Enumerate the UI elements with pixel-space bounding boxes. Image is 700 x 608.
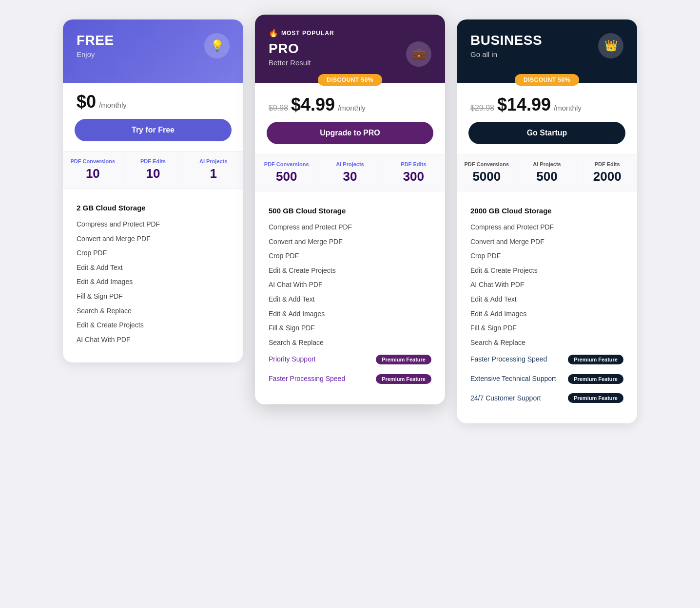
business-feature-4: Edit & Create Projects xyxy=(470,264,623,278)
pro-discount-badge: DISCOUNT 50% xyxy=(318,74,382,86)
pro-premium-badge-1: Premium Feature xyxy=(376,355,431,364)
business-storage: 2000 GB Cloud Storage xyxy=(470,203,623,218)
business-discount-wrapper: DISCOUNT 50% xyxy=(457,74,637,86)
free-feature-7: Search & Replace xyxy=(77,304,230,319)
business-stat-edits: PDF Edits 2000 xyxy=(577,154,637,191)
most-popular-text: MOST POPULAR xyxy=(281,30,334,37)
pro-features-section: 500 GB Cloud Storage Compress and Protec… xyxy=(255,191,445,404)
business-plan-subtitle: Go all in xyxy=(470,50,542,58)
business-feature-6: Edit & Add Text xyxy=(470,292,623,307)
free-stat-conversions-value: 10 xyxy=(67,166,119,181)
pro-stat-ai-value: 30 xyxy=(322,169,377,184)
free-stat-ai-label: AI Projects xyxy=(187,158,239,164)
business-feature-3: Crop PDF xyxy=(470,249,623,264)
business-stat-ai: AI Projects 500 xyxy=(517,154,578,191)
pro-pricing-section: $9.98 $4.99 /monthly xyxy=(255,86,445,122)
pro-feature-3: Crop PDF xyxy=(269,249,431,264)
free-feature-1: Compress and Protect PDF xyxy=(77,217,230,232)
pro-stat-conversions-value: 500 xyxy=(259,169,314,184)
pro-premium-1: Priority Support Premium Feature xyxy=(269,350,431,369)
free-feature-5: Edit & Add Images xyxy=(77,275,230,289)
pro-plan-icon: 💼 xyxy=(406,41,431,67)
business-pricing-section: $29.98 $14.99 /monthly xyxy=(457,86,637,122)
business-price: $14.99 xyxy=(497,95,551,115)
free-stat-ai-value: 1 xyxy=(187,166,239,181)
pro-stat-conversions: PDF Conversions 500 xyxy=(255,154,318,191)
business-premium-badge-1: Premium Feature xyxy=(568,355,623,364)
free-stats-row: PDF Conversions 10 PDF Edits 10 AI Proje… xyxy=(63,151,243,188)
business-feature-2: Convert and Merge PDF xyxy=(470,235,623,249)
free-stat-edits: PDF Edits 10 xyxy=(123,152,184,188)
business-stat-ai-value: 500 xyxy=(521,169,573,184)
pro-premium-2: Faster Processing Speed Premium Feature xyxy=(269,369,431,389)
free-card: FREE Enjoy 💡 $0 /monthly Try for Free PD… xyxy=(63,19,243,362)
pro-discount-wrapper: DISCOUNT 50% xyxy=(255,74,445,86)
lightbulb-icon: 💡 xyxy=(211,39,224,52)
business-stats-row: PDF Conversions 5000 AI Projects 500 PDF… xyxy=(457,154,637,191)
pro-period: /monthly xyxy=(338,104,366,112)
free-cta-button[interactable]: Try for Free xyxy=(75,119,232,141)
business-card: BUSINESS Go all in 👑 DISCOUNT 50% $29.98… xyxy=(457,19,637,423)
business-premium-1: Faster Processing Speed Premium Feature xyxy=(470,350,623,369)
business-stat-conversions-label: PDF Conversions xyxy=(461,161,513,167)
free-card-header: FREE Enjoy 💡 xyxy=(63,19,243,83)
pro-stat-edits: PDF Edits 300 xyxy=(382,154,445,191)
free-price: $0 xyxy=(77,92,96,112)
business-plan-title: BUSINESS xyxy=(470,33,542,48)
business-stat-conversions-value: 5000 xyxy=(461,169,513,184)
pro-feature-7: Edit & Add Images xyxy=(269,307,431,322)
business-feature-7: Edit & Add Images xyxy=(470,307,623,322)
fire-icon: 🔥 xyxy=(269,28,278,38)
free-stat-ai: AI Projects 1 xyxy=(183,152,243,188)
business-premium-2: Extensive Technical Support Premium Feat… xyxy=(470,369,623,389)
business-stat-ai-label: AI Projects xyxy=(521,161,573,167)
pro-feature-6: Edit & Add Text xyxy=(269,292,431,307)
briefcase-icon: 💼 xyxy=(412,48,426,60)
business-stat-conversions: PDF Conversions 5000 xyxy=(457,154,517,191)
pro-card-header: 🔥 MOST POPULAR PRO Better Result 💼 xyxy=(255,15,445,83)
business-discount-badge: DISCOUNT 50% xyxy=(515,74,579,86)
free-feature-9: AI Chat With PDF xyxy=(77,333,230,347)
pro-stat-ai: AI Projects 30 xyxy=(318,154,382,191)
business-cta-button[interactable]: Go Startup xyxy=(468,122,625,144)
free-storage: 2 GB Cloud Storage xyxy=(77,200,230,215)
free-plan-subtitle: Enjoy xyxy=(77,50,114,58)
free-feature-8: Edit & Create Projects xyxy=(77,318,230,333)
crown-icon: 👑 xyxy=(604,39,618,52)
free-stat-conversions: PDF Conversions 10 xyxy=(63,152,123,188)
business-card-header: BUSINESS Go all in 👑 xyxy=(457,19,637,83)
business-plan-icon: 👑 xyxy=(598,33,623,58)
pro-cta-button[interactable]: Upgrade to PRO xyxy=(267,122,433,144)
pro-plan-title: PRO xyxy=(269,41,311,57)
free-features-section: 2 GB Cloud Storage Compress and Protect … xyxy=(63,188,243,362)
pro-feature-8: Fill & Sign PDF xyxy=(269,321,431,336)
pro-premium-badge-2: Premium Feature xyxy=(376,374,431,384)
business-premium-label-2: Extensive Technical Support xyxy=(470,372,556,386)
free-feature-6: Fill & Sign PDF xyxy=(77,289,230,304)
pro-stats-row: PDF Conversions 500 AI Projects 30 PDF E… xyxy=(255,154,445,191)
business-feature-9: Search & Replace xyxy=(470,336,623,350)
free-pricing-section: $0 /monthly xyxy=(63,83,243,119)
pro-feature-1: Compress and Protect PDF xyxy=(269,220,431,235)
pro-premium-label-1: Priority Support xyxy=(269,352,315,367)
pro-stat-edits-value: 300 xyxy=(386,169,441,184)
free-feature-2: Convert and Merge PDF xyxy=(77,232,230,247)
pro-premium-label-2: Faster Processing Speed xyxy=(269,372,345,386)
free-stat-conversions-label: PDF Conversions xyxy=(67,158,119,164)
business-premium-label-1: Faster Processing Speed xyxy=(470,352,547,367)
pro-stat-ai-label: AI Projects xyxy=(322,161,377,167)
business-features-section: 2000 GB Cloud Storage Compress and Prote… xyxy=(457,191,637,423)
free-feature-3: Crop PDF xyxy=(77,246,230,261)
pro-feature-4: Edit & Create Projects xyxy=(269,264,431,278)
business-stat-edits-value: 2000 xyxy=(581,169,633,184)
business-feature-8: Fill & Sign PDF xyxy=(470,321,623,336)
free-period: /monthly xyxy=(99,101,127,109)
pro-card: 🔥 MOST POPULAR PRO Better Result 💼 DISCO… xyxy=(255,15,445,404)
business-premium-3: 24/7 Customer Support Premium Feature xyxy=(470,389,623,408)
business-feature-1: Compress and Protect PDF xyxy=(470,220,623,235)
free-stat-edits-label: PDF Edits xyxy=(127,158,179,164)
free-stat-edits-value: 10 xyxy=(127,166,179,181)
business-period: /monthly xyxy=(554,104,582,112)
free-plan-icon: 💡 xyxy=(204,33,230,58)
pro-plan-subtitle: Better Result xyxy=(269,58,311,67)
